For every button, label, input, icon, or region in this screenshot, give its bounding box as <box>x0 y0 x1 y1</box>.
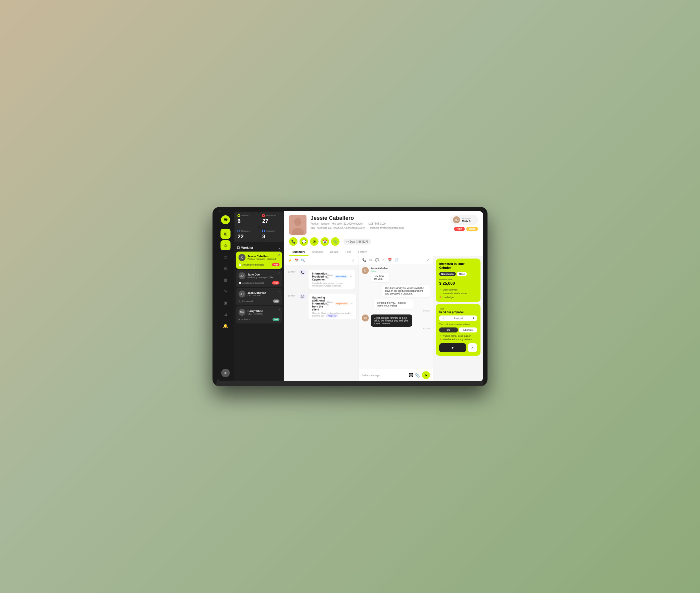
deal-card-title: Intrested in Burr Grinder <box>439 262 477 270</box>
task-checklist: ✓ Trusted name, Good support ✗ Inflexibl… <box>439 334 477 341</box>
stat-card-new-leads[interactable]: New leads 27 <box>259 212 284 227</box>
chat-mail-icon[interactable]: ✉ <box>369 258 372 262</box>
chat-phone-icon[interactable]: 📞 <box>362 258 366 262</box>
search-filter-icon[interactable]: 🔍 <box>301 259 305 262</box>
stat-number-leads: 27 <box>262 218 281 224</box>
attachment-icon[interactable]: 📎 <box>415 373 420 378</box>
task-card-title: Send our proposal <box>439 311 477 314</box>
sidebar-item-clock[interactable]: ◷ <box>221 252 230 262</box>
list-item: JC Jessie Caballero Online Hey, how are … <box>362 267 430 282</box>
check-icon: ✓ <box>439 288 441 291</box>
check-icon: ✓ <box>439 334 441 337</box>
image-icon[interactable]: 🖼 <box>409 373 413 378</box>
stat-label-worklist: Worklist <box>241 214 249 217</box>
stat-card-updates[interactable]: Updates 22 <box>234 227 259 242</box>
task-icon: 📄 <box>238 264 241 266</box>
stat-card-assigned[interactable]: Assigned 3 <box>259 227 284 242</box>
chat-expand-icon[interactable]: ⤢ <box>427 258 430 262</box>
chat-check-icon[interactable]: ✓ <box>382 258 385 262</box>
list-item[interactable]: ↗ JD Jane Doe Marketing manager - Nike 📄… <box>236 270 282 287</box>
user-avatar[interactable]: JC <box>221 369 230 377</box>
check-button[interactable]: ✓ <box>468 343 477 352</box>
timeline-section: ⚡ 📅 🔍 ⤢ 12 May 📞 Information Provided to… <box>284 256 359 381</box>
list-item: We discussed your wishes with the guys i… <box>362 285 430 297</box>
action-icons-row: 📞 💬 ✉ 📅 📎 🏷 Deal #32636276 <box>289 237 478 246</box>
action-chat-button[interactable]: 💬 <box>299 237 308 246</box>
sidebar-item-doc[interactable]: ▣ <box>221 298 230 308</box>
stat-label-updates: Updates <box>241 230 250 232</box>
wi-header: JD Jane Doe Marketing manager - Nike <box>238 272 280 279</box>
chat-bubble-icon[interactable]: 💬 <box>375 258 379 262</box>
list-item[interactable]: ↗ BW Barry White CEO - Arasaka ✉ Follow … <box>236 306 282 323</box>
list-item: Sending it to you, I hope it meets your … <box>362 300 430 312</box>
chat-time: 9:31 am <box>371 327 430 330</box>
tab-files[interactable]: Files <box>342 248 355 256</box>
deal-stages: Negotiation Close <box>439 272 477 276</box>
sidebar-item-bell[interactable]: 🔔 <box>221 321 230 331</box>
sidebar-item-edit[interactable]: ✎ <box>221 286 230 296</box>
compare-us[interactable]: Us <box>439 327 458 332</box>
tab-details[interactable]: Details <box>327 248 342 256</box>
send-button[interactable]: ➤ <box>422 371 430 379</box>
expand-icon[interactable]: ↗ <box>351 302 353 305</box>
check-icon: ✓ <box>439 292 441 295</box>
contact-phone: (205) 555-0100 <box>368 222 385 225</box>
stage-negotiation[interactable]: Negotiation <box>439 272 456 276</box>
timeline-dot: 💬 <box>299 293 305 300</box>
tc-author: Marty C. <box>327 274 333 279</box>
svg-point-1 <box>294 218 301 226</box>
sidebar-item-chart[interactable]: ▤ <box>221 263 230 273</box>
list-item[interactable]: ↗ JC Jessie Caballero Product manager - … <box>236 251 282 269</box>
sidebar-item-calendar[interactable]: ▦ <box>221 275 230 285</box>
chat-input[interactable] <box>362 374 407 377</box>
tc-meta: Marty C. Discovery ↗ <box>327 274 352 279</box>
contact-name: Jessie Caballero <box>310 215 446 221</box>
tab-history[interactable]: History <box>355 248 370 256</box>
action-phone-button[interactable]: 📞 <box>289 237 297 246</box>
stage-close[interactable]: Close <box>457 272 467 276</box>
contact-header: Jessie Caballero Product manager - Micro… <box>284 211 483 256</box>
app-logo[interactable]: ✳ <box>221 215 230 224</box>
expand-icon[interactable]: ↗ <box>349 275 351 278</box>
action-attachment-button[interactable]: 📎 <box>331 237 339 246</box>
chat-content: Great, looking forward to it. I'll talk … <box>371 314 430 330</box>
wi-role: CEO - ACME <box>248 294 266 297</box>
stat-card-worklist[interactable]: Worklist 6 <box>234 212 259 227</box>
chat-time: 9:30 am <box>374 310 430 312</box>
send-button[interactable]: ➤ <box>439 343 466 352</box>
calendar-filter-icon[interactable]: 📅 <box>295 259 298 262</box>
filter-icon[interactable]: ⚡ <box>288 259 292 262</box>
sidebar-item-home[interactable]: ⌂ <box>221 240 230 250</box>
priority-badge: Mid <box>273 300 280 303</box>
action-calendar-button[interactable]: 📅 <box>321 237 329 246</box>
compare-alberto[interactable]: Alberto's <box>459 327 477 332</box>
checklist-text: Trusted name, Good support <box>442 335 471 337</box>
worklist-chevron-icon[interactable]: ⌄ <box>278 245 281 250</box>
list-item[interactable]: ↗ JD Jack Donovan CEO - ACME 📞 Phone cal… <box>236 288 282 305</box>
tab-summary[interactable]: Summary <box>289 248 308 256</box>
deal-card: Intrested in Burr Grinder Negotiation Cl… <box>436 259 480 302</box>
tag-warm: Warm <box>466 227 478 231</box>
list-item: JC Great, looking forward to it. I'll ta… <box>362 314 430 330</box>
wi-name: Jack Donovan <box>248 291 266 294</box>
chat-status: Online <box>371 270 398 272</box>
expand-icon[interactable]: ⤢ <box>352 259 355 262</box>
deal-number: Deal #32636276 <box>350 240 368 243</box>
arrow-icon: ↗ <box>278 308 280 311</box>
timeline-card: Gathering additional information from th… <box>308 293 356 319</box>
list-item: ✗ Inflexible Price, Long delivery <box>439 338 477 341</box>
tc-author: Marty C. <box>327 301 333 306</box>
download-icon[interactable]: ⬇ <box>473 317 475 319</box>
action-email-button[interactable]: ✉ <box>310 237 319 246</box>
chat-calendar-icon[interactable]: 📅 <box>388 258 392 262</box>
deal-chip[interactable]: 🏷 Deal #32636276 <box>343 239 371 244</box>
more-icon[interactable]: ··· <box>473 218 476 222</box>
sidebar-item-grid[interactable]: ⊞ <box>221 229 230 239</box>
chat-doc-icon[interactable]: 📄 <box>395 258 399 262</box>
manager-name: Marty C. <box>462 220 471 222</box>
tc-header: Information Provided to Customer Marty C… <box>312 272 351 281</box>
sidebar-item-bookmark[interactable]: ⊿ <box>221 309 230 319</box>
deal-checklist: ✓ Client's portrait ✓ Successful similar… <box>439 288 477 299</box>
wi-header: BW Barry White CEO - Arasaka <box>238 309 280 316</box>
tab-analytics[interactable]: Analytics <box>308 248 327 256</box>
